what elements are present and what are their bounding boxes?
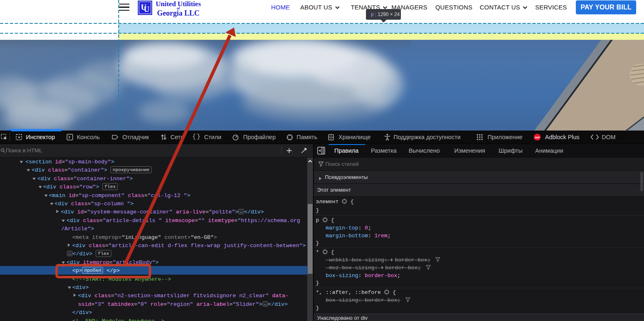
svg-text:ABP: ABP — [534, 136, 540, 139]
svg-text:U: U — [144, 5, 150, 14]
